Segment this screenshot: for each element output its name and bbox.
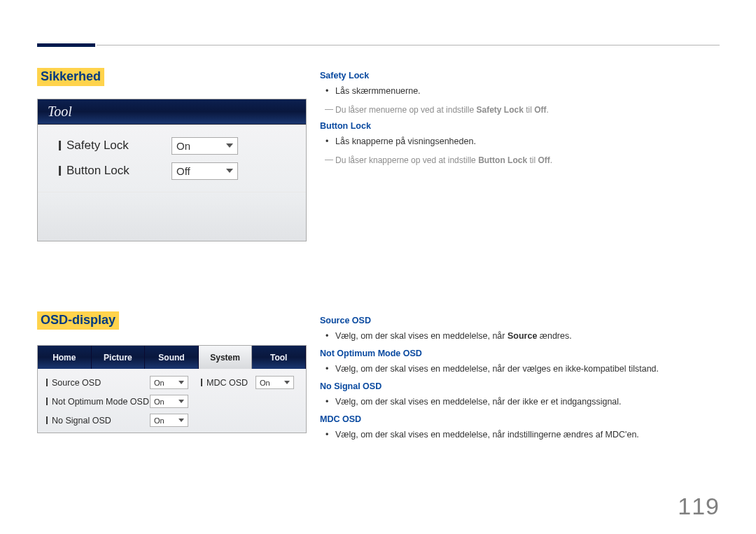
select-value: On: [154, 416, 164, 425]
desc-bullet: Vælg, om der skal vises en meddelelse, n…: [335, 329, 719, 343]
osd-body: Source OSD On MDC OSD On Not Optimum Mod…: [38, 369, 306, 433]
section-sikkerhed-left: Sikkerhed Tool Safety Lock On Button Loc…: [37, 68, 310, 241]
heading-sikkerhed: Sikkerhed: [37, 68, 104, 86]
tool-panel-body: Safety Lock On Button Lock Off: [38, 125, 306, 192]
header-rule-thin: [97, 45, 720, 45]
label-not-optimum: Not Optimum Mode OSD: [52, 397, 150, 407]
desc-heading-mdc-osd: MDC OSD: [320, 414, 719, 424]
desc-list: Lås skærmmenuerne.: [320, 84, 719, 98]
note-bold: Safety Lock: [476, 105, 523, 115]
label-no-signal: No Signal OSD: [52, 416, 150, 426]
desc-bullet: Vælg, om der skal vises en meddelelse, n…: [335, 428, 719, 442]
section-osd-right: Source OSD Vælg, om der skal vises en me…: [320, 314, 719, 447]
tab-home[interactable]: Home: [38, 346, 92, 369]
note-text: til: [527, 155, 538, 165]
select-mdc-osd[interactable]: On: [255, 376, 294, 389]
page-number: 119: [678, 493, 720, 520]
desc-note-safety-lock: Du låser menuerne op ved at indstille Sa…: [320, 104, 719, 116]
select-safety-lock[interactable]: On: [172, 137, 238, 155]
desc-note-button-lock: Du låser knapperne op ved at indstille B…: [320, 154, 719, 167]
tool-panel-spacer: [38, 192, 306, 241]
note-text: Du låser knapperne op ved at indstille: [335, 155, 478, 165]
select-not-optimum[interactable]: On: [150, 395, 188, 408]
select-safety-lock-value: On: [176, 140, 190, 152]
select-value: On: [260, 379, 270, 387]
row-marker-icon: [59, 141, 61, 150]
row-marker-icon: [46, 379, 48, 386]
section-sikkerhed-right: Safety Lock Lås skærmmenuerne. Du låser …: [320, 69, 719, 171]
select-no-signal[interactable]: On: [150, 414, 188, 427]
section-osd-left: OSD-display Home Picture Sound System To…: [37, 311, 310, 433]
note-bold: Button Lock: [478, 155, 527, 165]
desc-list: Lås knapperne på visningsenheden.: [320, 134, 719, 148]
row-marker-icon: [46, 398, 48, 405]
tool-panel-title: Tool: [38, 99, 306, 125]
label-mdc-osd: MDC OSD: [206, 378, 255, 388]
desc-bullet: Lås knapperne på visningsenheden.: [335, 134, 719, 148]
desc-list: Vælg, om der skal vises en meddelelse, n…: [320, 362, 719, 376]
bullet-bold: Source: [507, 331, 537, 341]
desc-bullet: Vælg, om der skal vises en meddelelse, n…: [335, 395, 719, 409]
chevron-down-icon: [226, 169, 233, 173]
note-text: .: [550, 155, 552, 165]
desc-heading-source-osd: Source OSD: [320, 316, 719, 325]
osd-row: Source OSD On MDC OSD On: [46, 373, 300, 392]
tab-system[interactable]: System: [199, 346, 253, 369]
note-text: Du låser menuerne op ved at indstille: [335, 105, 476, 115]
osd-tabs: Home Picture Sound System Tool: [38, 346, 306, 369]
label-safety-lock: Safety Lock: [66, 139, 172, 153]
chevron-down-icon: [226, 143, 233, 148]
label-source-osd: Source OSD: [52, 378, 150, 388]
desc-heading-no-signal: No Signal OSD: [320, 381, 719, 391]
chevron-down-icon: [178, 381, 184, 384]
bullet-text: Vælg, om der skal vises en meddelelse, n…: [335, 331, 507, 341]
osd-row: Not Optimum Mode OSD On: [46, 392, 300, 411]
note-text: til: [524, 105, 534, 115]
note-text: .: [546, 105, 548, 115]
select-value: On: [154, 379, 164, 387]
desc-list: Vælg, om der skal vises en meddelelse, n…: [320, 428, 719, 442]
select-source-osd[interactable]: On: [150, 376, 188, 389]
header-rule-thick: [37, 43, 95, 47]
bullet-text: ændres.: [537, 331, 571, 341]
desc-heading-safety-lock: Safety Lock: [320, 71, 719, 80]
desc-list: Vælg, om der skal vises en meddelelse, n…: [320, 395, 719, 409]
row-marker-icon: [46, 416, 48, 424]
tab-sound[interactable]: Sound: [145, 346, 199, 369]
tab-tool[interactable]: Tool: [252, 346, 306, 369]
chevron-down-icon: [178, 419, 184, 422]
desc-bullet: Lås skærmmenuerne.: [335, 84, 719, 98]
desc-heading-not-optimum: Not Optimum Mode OSD: [320, 349, 719, 358]
select-button-lock-value: Off: [176, 165, 190, 177]
tool-panel: Tool Safety Lock On Button Lock Off: [37, 99, 307, 241]
label-button-lock: Button Lock: [66, 164, 172, 178]
chevron-down-icon: [284, 381, 290, 384]
desc-bullet: Vælg, om der skal vises en meddelelse, n…: [335, 362, 719, 376]
osd-panel: Home Picture Sound System Tool Source OS…: [37, 345, 307, 433]
row-marker-icon: [201, 379, 202, 386]
select-button-lock[interactable]: Off: [172, 162, 238, 180]
tab-picture[interactable]: Picture: [92, 346, 146, 369]
desc-heading-button-lock: Button Lock: [320, 121, 719, 131]
chevron-down-icon: [178, 400, 184, 403]
note-bold: Off: [534, 105, 546, 115]
tool-row-safety-lock: Safety Lock On: [59, 133, 299, 158]
select-value: On: [154, 398, 164, 406]
heading-osd-display: OSD-display: [37, 311, 119, 330]
row-marker-icon: [59, 166, 61, 176]
note-bold: Off: [538, 155, 550, 165]
desc-list: Vælg, om der skal vises en meddelelse, n…: [320, 329, 719, 343]
tool-row-button-lock: Button Lock Off: [59, 158, 299, 183]
osd-row: No Signal OSD On: [46, 411, 300, 430]
